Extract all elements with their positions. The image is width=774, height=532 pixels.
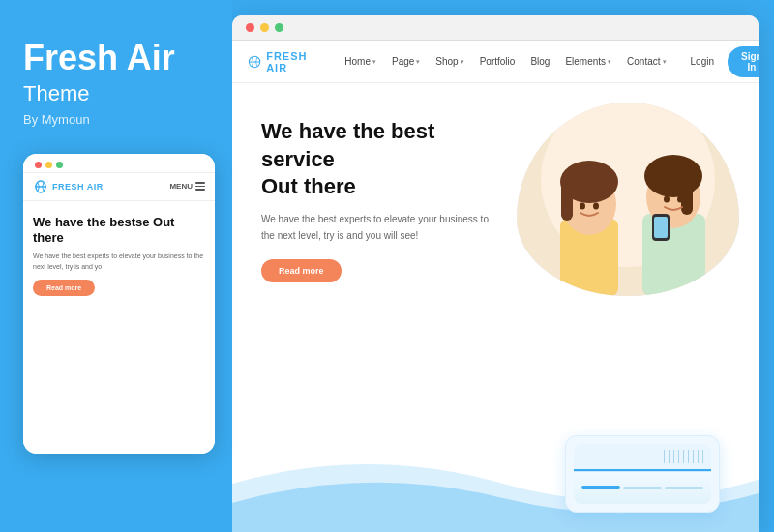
mobile-dots [35,162,63,168]
ac-vent-line [664,450,665,463]
ac-stripe [665,487,703,489]
app-author: By Mymoun [23,112,90,127]
mobile-dot-red [35,162,42,168]
app-title: Fresh Air [23,39,175,77]
svg-point-17 [664,196,670,203]
mobile-logo-text: FRESH AIR [52,182,104,192]
desktop-hero-description: We have the best experts to elevate your… [261,211,513,244]
app-subtitle: Theme [23,81,89,106]
desktop-dot-green [275,23,283,32]
desktop-logo-icon [248,52,261,72]
nav-item-page[interactable]: Page▾ [385,52,427,71]
nav-item-home[interactable]: Home▾ [338,52,383,71]
mobile-read-more-button[interactable]: Read more [33,280,95,296]
desktop-hero-title: We have the best service Out there [261,118,513,201]
mobile-hero: We have the bestse Out there We have the… [23,201,215,454]
mobile-hero-title: We have the bestse Out there [33,215,205,247]
ac-vent-line [698,450,699,463]
desktop-read-more-button[interactable]: Read more [261,259,342,282]
ac-vent-line [688,450,689,463]
mobile-logo-icon [33,179,48,194]
desktop-hero: We have the best service Out there We ha… [232,83,759,532]
girls-illustration [517,103,739,296]
hamburger-icon [195,182,205,191]
desktop-dot-red [246,23,254,32]
svg-point-16 [593,203,599,210]
svg-rect-12 [681,176,693,215]
desktop-logo-text: FRESH AIR [266,50,313,74]
ac-unit-body [574,471,711,504]
svg-point-11 [644,155,702,197]
ac-stripe [623,487,662,489]
svg-rect-8 [561,182,573,221]
login-button[interactable]: Login [683,52,722,71]
svg-rect-14 [654,217,668,238]
svg-point-15 [580,203,585,210]
ac-vent-line [702,450,703,463]
hero-circle-image [517,103,739,296]
left-panel: Fresh Air Theme By Mymoun [0,0,232,532]
ac-vent-line [673,450,674,463]
nav-item-portfolio[interactable]: Portfolio [473,52,522,71]
desktop-preview: FRESH AIR Home▾ Page▾ Shop▾ Portfolio Bl… [232,15,759,532]
nav-item-elements[interactable]: Elements▾ [558,52,618,71]
ac-vent-line [683,450,684,463]
signin-button[interactable]: Sign In [728,46,759,77]
mobile-logo: FRESH AIR [33,179,104,194]
mobile-dot-yellow [45,162,52,168]
ac-vent-line [678,450,679,463]
ac-vent-line [669,450,670,463]
mobile-preview: FRESH AIR MENU We have the bestse Out th… [23,154,215,454]
nav-item-shop[interactable]: Shop▾ [429,52,470,71]
mobile-dot-green [56,162,63,168]
nav-item-blog[interactable]: Blog [523,52,556,71]
desktop-navbar: FRESH AIR Home▾ Page▾ Shop▾ Portfolio Bl… [232,41,759,83]
desktop-chrome-bar [232,15,759,41]
mobile-hero-description: We have the best experts to elevate your… [33,251,205,272]
ac-vent-line [693,450,694,463]
ac-unit [565,435,720,513]
mobile-menu-button[interactable]: MENU [169,182,205,191]
mobile-navbar: FRESH AIR MENU [23,173,215,201]
desktop-dot-yellow [260,23,269,32]
desktop-nav-links: Home▾ Page▾ Shop▾ Portfolio Blog Element… [338,52,672,71]
nav-item-contact[interactable]: Contact▾ [620,52,672,71]
ac-blue-stripe [581,486,620,489]
desktop-hero-images [478,93,749,532]
mobile-chrome-bar [23,154,215,173]
desktop-logo: FRESH AIR [248,50,313,74]
ac-unit-top [574,444,711,471]
svg-point-18 [677,196,683,203]
desktop-nav-actions: Login Sign In [683,46,759,77]
